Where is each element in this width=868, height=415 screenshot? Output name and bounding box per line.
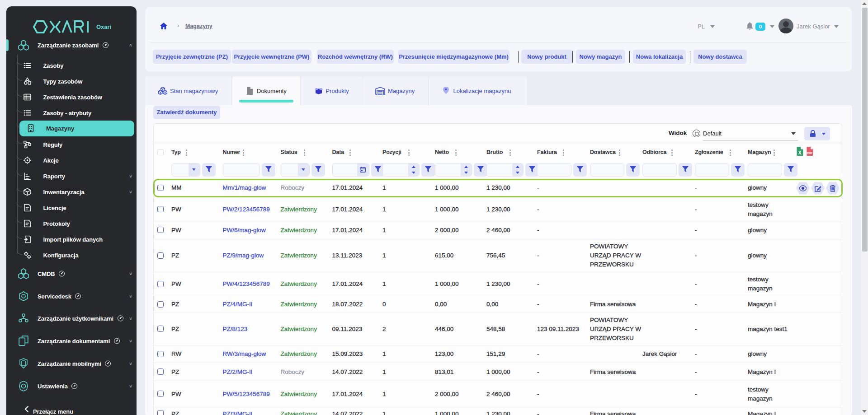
svg-text:X: X <box>798 150 802 155</box>
svg-text:PDF: PDF <box>807 151 813 154</box>
